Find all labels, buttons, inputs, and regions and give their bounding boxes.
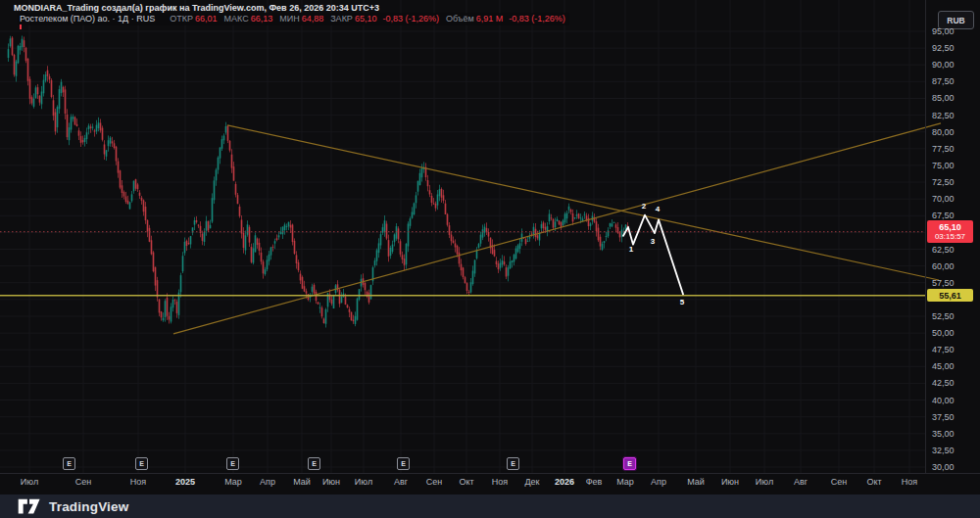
price-axis-label: 77,50	[932, 144, 955, 154]
time-axis-month-label: Апр	[651, 477, 666, 487]
close-value: 65,10	[355, 14, 377, 24]
time-axis-month-label: Сен	[831, 477, 847, 487]
wave-label-4: 4	[656, 205, 661, 213]
low-label: МИН	[279, 14, 299, 24]
symbol-title[interactable]: Ростелеком (ПАО) ао. · 1Д · RUS	[20, 14, 155, 24]
volume-bar-tick	[20, 24, 22, 29]
time-axis-month-label: Апр	[260, 477, 275, 487]
price-axis-label: 75,00	[932, 161, 955, 170]
price-axis-label: 52,50	[932, 311, 955, 321]
elliott-wave-projection[interactable]: 12345	[623, 202, 685, 306]
price-axis-label: 70,00	[932, 194, 955, 204]
earnings-badge[interactable]: E	[226, 457, 239, 470]
time-axis-month-label: Дек	[524, 477, 539, 487]
open-value: 66,01	[195, 14, 218, 24]
time-axis-month-label: Ноя	[902, 477, 917, 487]
wave-label-3: 3	[651, 237, 656, 246]
tradingview-published-chart: 12345 MONDIARA_Trading создал(а) график …	[0, 0, 980, 518]
high-value: 66,13	[251, 14, 273, 24]
time-axis-month-label: Май	[293, 477, 311, 487]
price-axis-label: 45,00	[932, 361, 955, 371]
tradingview-logo[interactable]	[18, 498, 41, 515]
wave-label-5: 5	[680, 298, 685, 306]
price-axis-label: 30,00	[932, 462, 955, 472]
time-axis-year-label: 2025	[175, 477, 195, 487]
price-axis-label: 95,00	[932, 26, 955, 36]
time-axis-month-label: Июл	[756, 477, 773, 487]
change-value: -0,83 (-1,26%)	[382, 14, 439, 24]
time-axis-month-label: Июн	[322, 477, 340, 487]
price-axis-label: 67,50	[932, 211, 955, 220]
earnings-badge[interactable]: E	[397, 457, 410, 470]
price-axis-label: 40,00	[932, 396, 955, 405]
price-axis-label: 92,50	[932, 43, 955, 53]
price-axis-label: 32,50	[932, 446, 955, 455]
symbol-legend: Ростелеком (ПАО) ао. · 1Д · RUSОТКР66,01…	[18, 13, 569, 25]
price-axis-label: 37,50	[932, 412, 955, 422]
high-label: МАКС	[224, 14, 249, 24]
volume-label: Объём	[446, 14, 474, 24]
earnings-badge[interactable]: E	[135, 457, 148, 470]
price-axis-label: 87,50	[932, 76, 955, 86]
time-axis-month-label: Авг	[394, 477, 408, 487]
price-axis-label: 60,00	[932, 261, 955, 271]
price-axis[interactable]: RUB 65,10 03:15:57 55,61 95,0092,5090,00…	[926, 0, 980, 473]
time-axis-month-label: Ноя	[130, 477, 146, 487]
bar-countdown: 03:15:57	[935, 232, 965, 242]
time-axis-month-label: Сен	[426, 477, 442, 487]
time-axis-month-label: Мар	[224, 477, 242, 487]
earnings-badge[interactable]: E	[507, 457, 519, 470]
time-axis-month-label: Авг	[794, 477, 808, 487]
time-axis-month-label: Фев	[586, 477, 603, 487]
chart-byline: MONDIARA_Trading создал(а) график на Tra…	[14, 3, 379, 13]
time-axis-month-label: Сен	[75, 477, 91, 487]
price-axis-label: 62,50	[932, 245, 955, 255]
volume-change-value: -0,83 (-1,26%)	[509, 14, 565, 24]
time-axis-month-label: Июл	[21, 477, 38, 487]
price-axis-label: 85,00	[932, 93, 955, 103]
time-axis-month-label: Мар	[616, 477, 634, 487]
low-value: 64,88	[302, 14, 324, 24]
earnings-badge[interactable]: E	[63, 457, 75, 470]
time-axis-month-label: Июн	[721, 477, 739, 487]
time-axis-year-label: 2026	[555, 477, 574, 487]
price-axis-label: 82,50	[932, 111, 955, 120]
price-axis-label: 90,00	[932, 60, 955, 70]
earnings-badge[interactable]: E	[308, 457, 320, 470]
price-axis-label: 57,50	[932, 278, 955, 288]
time-axis-month-label: Май	[687, 477, 705, 487]
price-axis-label: 50,00	[932, 328, 955, 338]
price-axis-label: 35,00	[932, 429, 955, 439]
price-level-label: 55,61	[927, 289, 973, 302]
price-axis-label: 72,50	[932, 177, 955, 187]
wave-label-1: 1	[629, 245, 634, 254]
wave-label-2: 2	[642, 202, 647, 211]
time-axis-month-label: Июл	[355, 477, 372, 487]
brand-name: TradingView	[49, 499, 128, 514]
current-price-label: 65,10 03:15:57	[927, 220, 973, 243]
open-label: ОТКР	[170, 14, 193, 24]
time-axis-month-label: Окт	[459, 477, 473, 487]
close-label: ЗАКР	[330, 14, 353, 24]
price-axis-label: 42,50	[932, 378, 955, 388]
time-axis-month-label: Ноя	[492, 477, 508, 487]
volume-value: 6,91 M	[476, 14, 504, 24]
earnings-badge-upcoming[interactable]: E	[623, 457, 636, 470]
time-axis[interactable]: ИюлСенНоя2025МарАпрМайИюнИюлАвгСенОктНоя…	[0, 474, 980, 494]
time-axis-month-label: Окт	[866, 477, 881, 487]
price-axis-label: 47,50	[932, 345, 955, 354]
grid-lines	[0, 0, 925, 473]
chart-canvas[interactable]: 12345	[0, 0, 980, 473]
current-price-value: 65,10	[939, 222, 961, 232]
footer-bar: TradingView	[0, 494, 980, 518]
price-axis-label: 80,00	[932, 127, 955, 137]
